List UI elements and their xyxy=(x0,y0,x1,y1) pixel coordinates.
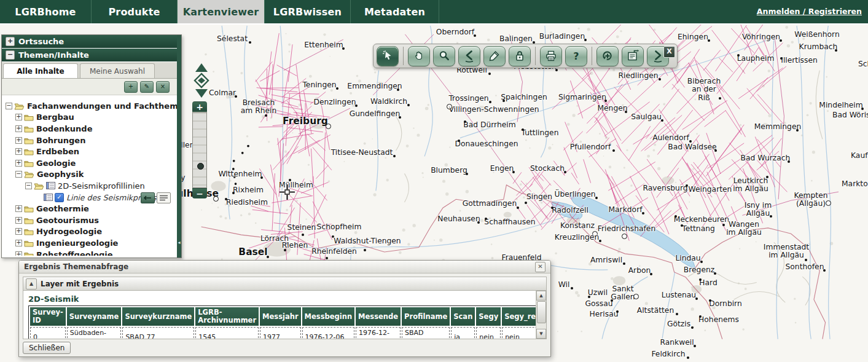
result-cell: Südbaden-1977 Profil 04 xyxy=(67,327,122,339)
tree-item-geologie[interactable]: +Geologie xyxy=(2,157,177,169)
lock-button[interactable] xyxy=(509,46,531,66)
toolbar-separator xyxy=(403,47,404,65)
form-button[interactable] xyxy=(622,46,644,66)
tab-alle-inhalte[interactable]: Alle Inhalte xyxy=(3,63,78,78)
zoom-button[interactable] xyxy=(433,46,455,66)
city-dot-marker xyxy=(708,39,710,42)
tree-item-geophysik[interactable]: −Geophysik xyxy=(2,169,177,181)
city-dot-marker xyxy=(699,278,702,281)
panel-header-ortssuche[interactable]: + Ortssuche xyxy=(2,35,177,49)
dialog-titlebar[interactable]: Ergebnis Themenabfrage ✕ xyxy=(19,261,550,273)
map-zoom-slider[interactable]: + − xyxy=(192,101,207,199)
layer-checkbox[interactable]: ✓ xyxy=(55,193,64,202)
tree-expand-icon[interactable]: + xyxy=(15,240,22,246)
tree-item-2d-seismikprofillinien[interactable]: −2D-Seismikprofillinien xyxy=(2,180,177,192)
city-dot-marker xyxy=(823,269,826,272)
tree-collapse-icon[interactable]: − xyxy=(6,103,12,109)
close-dialog-button[interactable]: Schließen xyxy=(23,342,71,354)
map-city-label: Steinen xyxy=(287,224,316,232)
nav-tab-lgrbhome[interactable]: LGRBhome xyxy=(0,0,92,23)
tree-expand-icon[interactable]: + xyxy=(15,148,22,155)
layer-legend-button[interactable] xyxy=(141,192,155,203)
column-header-messjahr[interactable]: Messjahr xyxy=(260,307,301,326)
tree-item-bergbau[interactable]: +Bergbau xyxy=(2,112,177,124)
login-link[interactable]: Anmelden / Registrieren xyxy=(757,7,862,16)
result-cell: 1976-12-06 xyxy=(302,327,355,339)
section-header-layer-mit-ergebnis[interactable]: ▲ Layer mit Ergebnis xyxy=(23,277,547,291)
column-header-messende[interactable]: Messende xyxy=(356,307,401,326)
city-dot-marker xyxy=(699,315,702,318)
nav-tab-lgrbwissen[interactable]: LGRBwissen xyxy=(265,0,351,23)
tree-item-geothermie[interactable]: +Geothermie xyxy=(2,203,177,214)
panel-header-themen-inhalte[interactable]: − Themen/Inhalte xyxy=(2,49,177,62)
reset-view-button[interactable] xyxy=(596,46,619,66)
sidebar-collapse-handle[interactable]: ◂ xyxy=(177,35,181,258)
column-header-surveykurzname[interactable]: Surveykurzname xyxy=(122,307,194,326)
city-dot-marker xyxy=(265,114,267,117)
panel-title: Ortssuche xyxy=(18,37,64,46)
city-dot-marker xyxy=(694,345,696,347)
tree-item-rohstoffgeologie[interactable]: +Rohstoffgeologie xyxy=(2,249,177,256)
tree-item-linie-des-seismikprofils[interactable]: ✓Linie des Seismikprofils xyxy=(2,192,177,203)
tree-expand-icon[interactable]: + xyxy=(15,114,22,120)
scroll-down-icon[interactable]: ▼ xyxy=(536,329,546,339)
dialog-close-icon[interactable]: ✕ xyxy=(535,262,545,272)
column-header-lgrb-archivnummer[interactable]: LGRB-Archivnummer xyxy=(195,307,259,326)
content-add-button[interactable]: + xyxy=(124,81,138,93)
map-city-label: Lindau xyxy=(675,254,700,262)
nav-tab-metadaten[interactable]: Metadaten xyxy=(351,0,439,23)
expand-icon[interactable]: + xyxy=(6,37,15,46)
tree-expand-icon[interactable]: + xyxy=(15,125,22,132)
content-remove-button[interactable]: × xyxy=(156,81,170,93)
tree-expand-icon[interactable]: + xyxy=(15,217,22,224)
tree-item-geotourismus[interactable]: +Geotourismus xyxy=(2,214,177,226)
results-scrollbar[interactable]: ▲ ▼ xyxy=(536,291,546,339)
column-header-scan[interactable]: Scan xyxy=(451,307,475,326)
scrollbar-thumb[interactable] xyxy=(537,301,546,323)
tree-item-hydrogeologie[interactable]: +Hydrogeologie xyxy=(2,226,177,238)
tree-expand-icon[interactable]: + xyxy=(15,137,22,144)
pan-up-icon xyxy=(195,63,208,72)
zoom-out-button[interactable]: − xyxy=(192,188,207,199)
zoom-slider-handle[interactable] xyxy=(197,163,204,170)
result-row[interactable]: 0Südbaden-1977 Profil 04SBAD 77154519771… xyxy=(30,327,547,339)
column-header-survey-id[interactable]: Survey-ID xyxy=(30,307,66,326)
column-header-surveyname[interactable]: Surveyname xyxy=(67,307,122,326)
lock-icon xyxy=(512,49,527,63)
zoom-track[interactable] xyxy=(192,112,207,188)
zoom-in-button[interactable]: + xyxy=(192,101,207,112)
map-city-label: Gottmadingen xyxy=(463,200,517,208)
tree-expand-icon[interactable]: + xyxy=(15,160,22,167)
content-edit-button[interactable]: ✎ xyxy=(140,81,154,93)
nav-tab-produkte[interactable]: Produkte xyxy=(92,0,178,23)
pan-button[interactable] xyxy=(408,46,430,66)
column-header-profilname[interactable]: Profilname xyxy=(402,307,450,326)
tree-expand-icon[interactable]: + xyxy=(15,205,22,212)
identify-button[interactable] xyxy=(377,46,399,66)
results-header-row: Survey-IDSurveynameSurveykurznameLGRB-Ar… xyxy=(30,307,547,326)
tree-collapse-icon[interactable]: − xyxy=(15,171,22,178)
scroll-up-icon[interactable]: ▲ xyxy=(536,291,546,301)
nav-tab-kartenviewer[interactable]: Kartenviewer xyxy=(178,0,265,23)
column-header-messbeginn[interactable]: Messbeginn xyxy=(302,307,355,326)
tree-item-erdbeben[interactable]: +Erdbeben xyxy=(2,146,177,157)
tree-expand-icon[interactable]: + xyxy=(15,251,22,256)
tree-item-ingenieurgeologie[interactable]: +Ingenieurgeologie xyxy=(2,237,177,249)
tree-item-bodenkunde[interactable]: +Bodenkunde xyxy=(2,123,177,135)
print-button[interactable] xyxy=(540,46,562,66)
map-city-label: Sélestat xyxy=(217,35,248,43)
column-header-segy[interactable]: Segy xyxy=(476,307,501,326)
collapse-icon[interactable]: − xyxy=(6,50,15,60)
map-pan-control[interactable] xyxy=(190,63,213,101)
section-collapse-icon[interactable]: ▲ xyxy=(26,278,37,289)
help-button[interactable]: ? xyxy=(565,46,587,66)
previous-extent-button[interactable] xyxy=(458,46,480,66)
tree-expand-icon[interactable]: + xyxy=(15,228,22,235)
draw-button[interactable] xyxy=(483,46,506,66)
tab-meine-auswahl[interactable]: Meine Auswahl xyxy=(80,63,155,78)
tree-item-bohrungen[interactable]: +Bohrungen xyxy=(2,135,177,146)
tree-item-fachanwendungen-und-fachthemen[interactable]: −Fachanwendungen und Fachthemen xyxy=(2,100,177,112)
layer-info-button[interactable] xyxy=(157,192,171,203)
tree-collapse-icon[interactable]: − xyxy=(25,183,32,189)
toolbar-close-button[interactable]: X xyxy=(663,46,675,58)
